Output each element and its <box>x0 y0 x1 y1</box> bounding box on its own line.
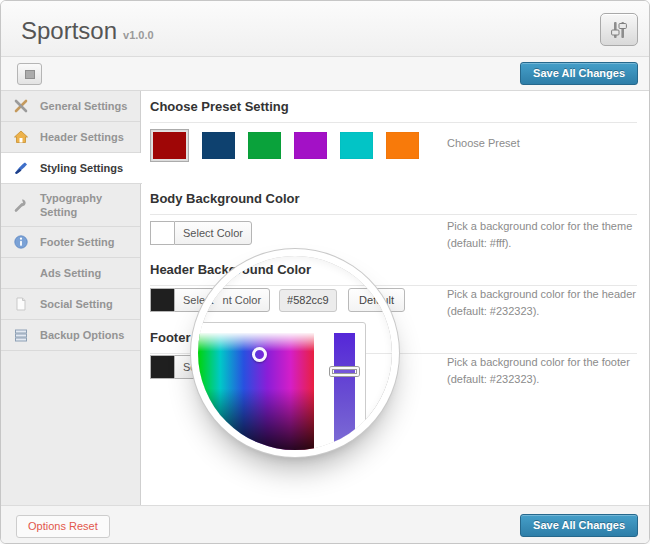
sidebar-item-header-settings[interactable]: Header Settings <box>1 122 140 153</box>
collapse-button[interactable] <box>17 63 42 85</box>
select-label-fragment-left: Select <box>183 294 214 306</box>
tools-icon <box>13 98 31 114</box>
body-bg-select-color-button[interactable]: Select Color <box>174 221 252 245</box>
preset-swatch-orange[interactable] <box>386 132 419 159</box>
options-reset-button[interactable]: Options Reset <box>16 515 110 538</box>
page-icon <box>13 296 31 312</box>
theme-options-panel: Sportsonv1.0.0 Save All Changes <box>0 0 650 544</box>
section-heading-preset: Choose Preset Setting <box>150 99 637 123</box>
section-heading-body-bg: Body Background Color <box>150 191 637 215</box>
footer-bg-description: Pick a background color for the footer (… <box>447 354 647 388</box>
sidebar-item-label: Ads Setting <box>40 266 101 280</box>
app-header: Sportsonv1.0.0 <box>1 1 650 57</box>
sidebar-item-label: Social Setting <box>40 297 113 311</box>
sidebar-item-ads-setting[interactable]: Ads Setting <box>1 258 140 289</box>
sidebar-item-footer-setting[interactable]: Footer Setting <box>1 227 140 258</box>
preset-swatch-row <box>150 129 419 162</box>
magnifier-lens <box>198 256 392 450</box>
preset-swatch-teal[interactable] <box>340 132 373 159</box>
sidebar-item-label: Header Settings <box>40 130 124 144</box>
app-toolbar: Save All Changes <box>1 57 650 91</box>
header-bg-swatch[interactable] <box>150 288 174 312</box>
wrench-icon <box>13 197 31 213</box>
collapse-icon <box>25 70 35 79</box>
info-icon <box>13 234 31 250</box>
app-version: v1.0.0 <box>123 29 154 41</box>
body-bg-swatch[interactable] <box>150 221 174 245</box>
sidebar-item-label: Styling Settings <box>40 161 123 175</box>
options-button[interactable] <box>600 13 638 46</box>
sidebar-item-styling-settings[interactable]: Styling Settings <box>1 153 142 184</box>
blank-icon <box>13 265 31 281</box>
preset-description: Choose Preset <box>447 135 647 152</box>
section-heading-header-bg: Header Background Color <box>150 262 637 286</box>
sidebar-item-label: Typography Setting <box>40 191 134 219</box>
preset-swatch-navy[interactable] <box>202 132 235 159</box>
body-bg-description: Pick a background color for the theme (d… <box>447 218 647 252</box>
app-title: Sportsonv1.0.0 <box>21 17 154 45</box>
stack-icon <box>13 327 31 343</box>
sidebar-item-label: Footer Setting <box>40 235 115 249</box>
sliders-icon <box>608 19 630 41</box>
color-picker-cursor[interactable] <box>252 347 267 362</box>
home-icon <box>13 129 31 145</box>
preset-swatch-purple[interactable] <box>294 132 327 159</box>
sidebar-item-label: General Settings <box>40 99 127 113</box>
save-all-changes-bottom-button[interactable]: Save All Changes <box>520 514 638 537</box>
sidebar-nav: General Settings Header Settings <box>1 91 141 505</box>
header-bg-description: Pick a background color for the header (… <box>447 286 647 320</box>
color-picker-hue-handle[interactable] <box>330 367 359 376</box>
sidebar-item-general-settings[interactable]: General Settings <box>1 91 140 122</box>
save-all-changes-top-button[interactable]: Save All Changes <box>520 62 638 85</box>
preset-swatch-green[interactable] <box>248 132 281 159</box>
footer-bg-swatch[interactable] <box>150 355 174 379</box>
sidebar-item-social-setting[interactable]: Social Setting <box>1 289 140 320</box>
app-title-text: Sportson <box>21 17 117 44</box>
body-bg-control-row: Select Color <box>150 221 252 245</box>
paint-brush-icon <box>13 160 31 176</box>
sidebar-item-backup-options[interactable]: Backup Options <box>1 320 140 351</box>
sidebar-item-label: Backup Options <box>40 328 124 342</box>
preset-swatch-red[interactable] <box>150 129 189 162</box>
app-footer: Options Reset Save All Changes <box>1 505 650 544</box>
sidebar-item-typography-setting[interactable]: Typography Setting <box>1 184 140 227</box>
